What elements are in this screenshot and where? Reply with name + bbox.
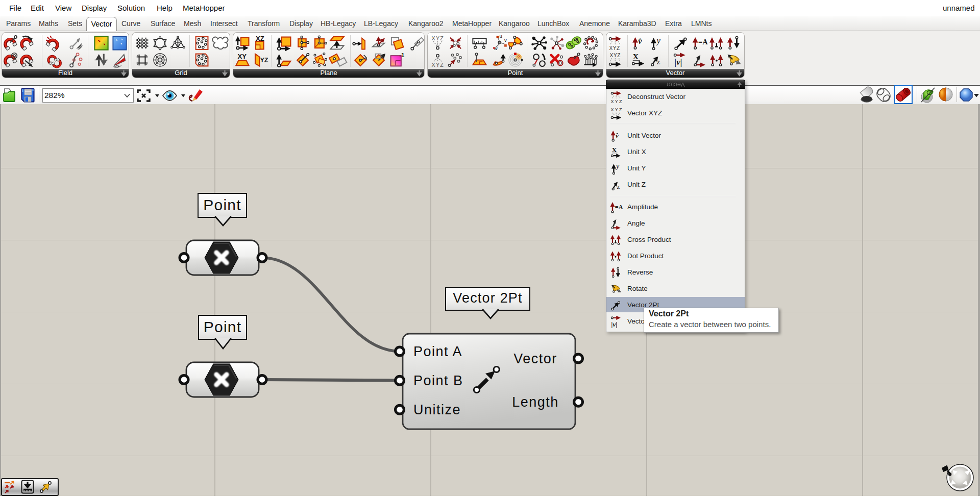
svg-text:|v|: |v| — [611, 320, 618, 328]
svg-text:z: z — [617, 183, 620, 190]
svg-text:|v|: |v| — [675, 57, 682, 67]
svg-text:-1: -1 — [399, 52, 404, 58]
svg-text:u: u — [500, 33, 502, 39]
svg-text:v̂: v̂ — [616, 132, 619, 139]
svg-text:XZ: XZ — [256, 35, 264, 42]
svg-text:YZ: YZ — [260, 57, 268, 64]
svg-text:X Y Z: X Y Z — [610, 99, 622, 104]
svg-text:v: v — [504, 37, 507, 43]
svg-text:v̂: v̂ — [639, 37, 643, 45]
svg-text:Unitize: Unitize — [413, 402, 461, 417]
svg-text:XYZ: XYZ — [609, 45, 620, 51]
svg-text:Vector: Vector — [513, 351, 557, 366]
svg-text:Point B: Point B — [413, 373, 463, 388]
svg-text:Point A: Point A — [413, 344, 462, 359]
svg-text:XYZ: XYZ — [610, 53, 621, 58]
svg-text:Length: Length — [512, 394, 559, 410]
svg-text:=A: =A — [698, 38, 708, 46]
svg-text:y: y — [656, 36, 661, 45]
svg-text:XY: XY — [238, 53, 247, 60]
svg-text:XYZ: XYZ — [432, 62, 444, 68]
svg-text:y: y — [615, 162, 619, 170]
svg-text:X: X — [612, 146, 617, 154]
svg-text:X: X — [633, 52, 639, 61]
svg-text:z: z — [657, 57, 660, 66]
svg-text:X Y Z: X Y Z — [610, 107, 622, 112]
svg-text:=A: =A — [615, 204, 623, 211]
svg-text:XYZ: XYZ — [432, 35, 444, 41]
